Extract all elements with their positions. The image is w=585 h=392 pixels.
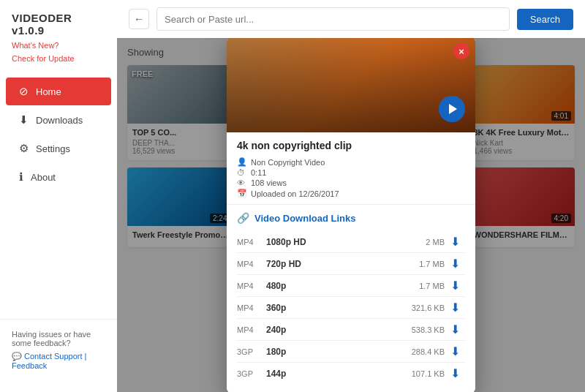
download-row: MP4 1080p HD 2 MB ⬇ (237, 231, 465, 253)
downloads-header: 🔗 Video Download Links (237, 212, 465, 224)
modal-title-section: 4k non copyrighted clip 👤 Non Copyright … (227, 132, 475, 204)
main-area: ← Search Showing FREE TOP 5 CO... DEEP T… (117, 0, 585, 392)
meta-views: 👁 108 views (237, 178, 465, 187)
sidebar-item-about[interactable]: ℹ About (6, 163, 111, 191)
meta-uploaded: 📅 Uploaded on 12/26/2017 (237, 189, 465, 198)
download-modal: × 4k non copyrighted clip 👤 Non Copyrigh… (227, 38, 475, 392)
sidebar-item-label: Settings (36, 143, 70, 154)
sidebar-item-label: Home (36, 86, 61, 97)
meta-channel: 👤 Non Copyright Video (237, 157, 465, 167)
sidebar-sub-links: What's New? Check for Update (0, 39, 117, 77)
gear-icon: ⚙ (19, 142, 29, 155)
home-icon: ⊘ (19, 85, 29, 98)
downloads-title: Video Download Links (254, 213, 355, 224)
check-update-link[interactable]: Check for Update (12, 53, 105, 66)
download-icon: ⬇ (19, 113, 29, 127)
eye-icon: 👁 (237, 178, 246, 187)
clock-icon: ⏱ (237, 168, 246, 177)
download-button[interactable]: ⬇ (445, 344, 465, 358)
download-row: 3GP 144p 107.1 KB ⬇ (237, 363, 465, 384)
modal-video-title: 4k non copyrighted clip (237, 140, 465, 151)
search-button[interactable]: Search (517, 9, 573, 30)
download-button[interactable]: ⬇ (445, 366, 465, 380)
meta-duration: ⏱ 0:11 (237, 168, 465, 177)
sidebar-item-label: Downloads (36, 115, 83, 126)
modal-video-preview (227, 38, 475, 132)
search-input[interactable] (156, 7, 510, 31)
download-row: MP4 240p 538.3 KB ⬇ (237, 319, 465, 341)
download-section-icon: 🔗 (237, 212, 249, 224)
download-button[interactable]: ⬇ (445, 235, 465, 249)
sidebar-footer: Having issues or have some feedback? 💬 C… (0, 319, 117, 380)
sidebar-item-downloads[interactable]: ⬇ Downloads (6, 106, 111, 134)
download-row: MP4 360p 321.6 KB ⬇ (237, 297, 465, 319)
footer-text: Having issues or have some feedback? (12, 330, 105, 347)
preview-overlay (227, 38, 475, 132)
info-icon: ℹ (19, 170, 23, 184)
contact-support-link[interactable]: 💬 Contact Support | Feedback (12, 352, 105, 370)
sidebar-item-label: About (31, 172, 56, 183)
modal-play-button[interactable] (439, 96, 465, 122)
content-area: Showing FREE TOP 5 CO... DEEP THA... 16,… (117, 38, 585, 392)
sidebar: VIDEODER v1.0.9 What's New? Check for Up… (0, 0, 117, 392)
download-row: MP4 480p 1.7 MB ⬇ (237, 275, 465, 297)
download-button[interactable]: ⬇ (445, 323, 465, 336)
modal-meta: 👤 Non Copyright Video ⏱ 0:11 👁 108 views… (237, 157, 465, 198)
download-row: 3GP 180p 288.4 KB ⬇ (237, 341, 465, 363)
back-button[interactable]: ← (129, 9, 149, 29)
download-button[interactable]: ⬇ (445, 279, 465, 293)
modal-close-button[interactable]: × (453, 43, 469, 59)
whats-new-link[interactable]: What's New? (12, 39, 105, 53)
download-row: MP4 720p HD 1.7 MB ⬇ (237, 253, 465, 275)
download-button[interactable]: ⬇ (445, 301, 465, 314)
person-icon: 👤 (237, 157, 246, 167)
app-logo: VIDEODER v1.0.9 (0, 12, 117, 39)
modal-downloads-section: 🔗 Video Download Links MP4 1080p HD 2 MB… (227, 204, 475, 392)
sidebar-item-settings[interactable]: ⚙ Settings (6, 135, 111, 162)
sidebar-item-home[interactable]: ⊘ Home (6, 78, 111, 105)
download-button[interactable]: ⬇ (445, 257, 465, 271)
calendar-icon: 📅 (237, 189, 246, 198)
sidebar-nav: ⊘ Home ⬇ Downloads ⚙ Settings ℹ About (0, 77, 117, 319)
header: ← Search (117, 0, 585, 38)
